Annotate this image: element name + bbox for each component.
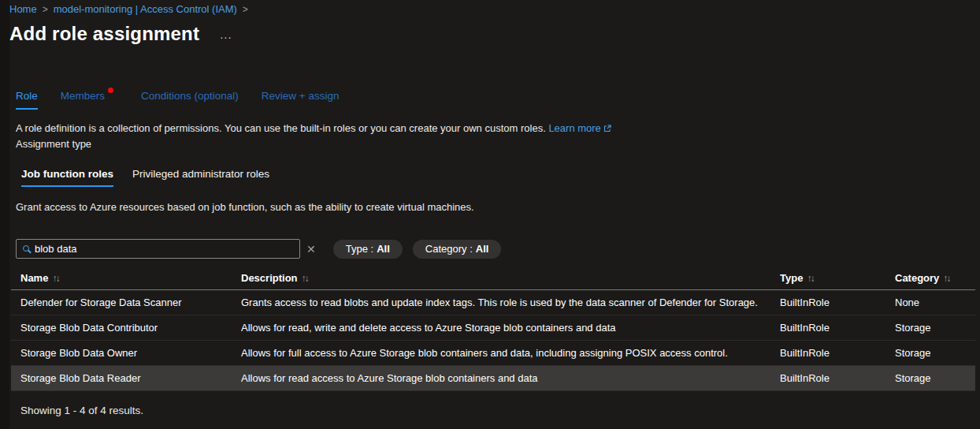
- tab-job-function-roles-label: Job function roles: [21, 168, 113, 180]
- role-category: Storage: [895, 372, 975, 384]
- learn-more-link[interactable]: Learn more: [548, 122, 611, 134]
- sort-icon[interactable]: ↑↓: [302, 273, 308, 284]
- type-filter-value: All: [377, 243, 390, 255]
- external-link-icon: [603, 125, 611, 132]
- column-header-description[interactable]: Description↑↓: [241, 272, 780, 284]
- clear-search-icon[interactable]: ✕: [306, 243, 316, 256]
- chevron-right-icon: >: [43, 4, 48, 15]
- tab-conditions-label: Conditions (optional): [141, 90, 239, 102]
- table-row[interactable]: Defender for Storage Data Scanner Grants…: [11, 290, 975, 315]
- column-header-type[interactable]: Type↑↓: [780, 272, 895, 284]
- table-header-row: Name↑↓ Description↑↓ Type↑↓ Category↑↓: [11, 266, 975, 290]
- tab-review-assign[interactable]: Review + assign: [262, 90, 340, 110]
- breadcrumb: Home > model-monitoring | Access Control…: [9, 3, 248, 15]
- breadcrumb-resource-link[interactable]: model-monitoring | Access Control (IAM): [54, 3, 237, 15]
- column-header-category[interactable]: Category↑↓: [895, 272, 975, 284]
- table-row[interactable]: Storage Blob Data Contributor Allows for…: [11, 315, 975, 341]
- role-name: Storage Blob Data Owner: [20, 347, 241, 359]
- search-icon: [23, 245, 29, 252]
- assignment-type-label: Assignment type: [16, 138, 91, 150]
- search-box[interactable]: [16, 239, 300, 259]
- role-category: None: [895, 297, 975, 308]
- active-tab-underline: [21, 185, 113, 187]
- type-filter-label: Type :: [346, 243, 373, 255]
- grant-access-description: Grant access to Azure resources based on…: [16, 201, 474, 213]
- page-left-margin: [0, 0, 9, 429]
- type-filter-pill[interactable]: Type : All: [333, 240, 403, 259]
- role-description: Allows for full access to Azure Storage …: [241, 347, 780, 359]
- active-tab-underline: [16, 108, 38, 110]
- role-description: Grants access to read blobs and update i…: [241, 297, 780, 308]
- results-count: Showing 1 - 4 of 4 results.: [20, 405, 143, 416]
- search-input[interactable]: [35, 243, 295, 255]
- role-description: Allows for read access to Azure Storage …: [241, 372, 780, 384]
- chevron-right-icon: >: [243, 4, 248, 15]
- sort-icon[interactable]: ↑↓: [52, 273, 58, 284]
- table-row[interactable]: Storage Blob Data Owner Allows for full …: [11, 341, 975, 366]
- wizard-tabs: Role Members Conditions (optional) Revie…: [16, 90, 362, 110]
- column-header-category-label: Category: [895, 272, 939, 284]
- members-alert-dot-icon: [108, 88, 113, 93]
- role-definition-description: A role definition is a collection of per…: [16, 122, 611, 134]
- learn-more-label: Learn more: [548, 122, 600, 134]
- table-body: Defender for Storage Data Scanner Grants…: [11, 290, 975, 391]
- role-name: Storage Blob Data Reader: [20, 372, 241, 384]
- tab-members-label: Members: [61, 90, 105, 102]
- role-type: BuiltInRole: [780, 372, 895, 384]
- category-filter-value: All: [476, 243, 489, 255]
- tab-members[interactable]: Members: [61, 90, 105, 110]
- column-header-description-label: Description: [241, 272, 298, 284]
- role-name: Storage Blob Data Contributor: [20, 322, 241, 334]
- role-definition-text: A role definition is a collection of per…: [16, 122, 546, 134]
- tab-review-assign-label: Review + assign: [262, 90, 340, 102]
- tab-privileged-administrator-roles[interactable]: Privileged administrator roles: [132, 168, 269, 187]
- roles-table: Name↑↓ Description↑↓ Type↑↓ Category↑↓ D…: [11, 266, 975, 391]
- role-name: Defender for Storage Data Scanner: [20, 297, 241, 308]
- role-type-tabs: Job function roles Privileged administra…: [21, 168, 288, 187]
- sort-icon[interactable]: ↑↓: [943, 273, 949, 284]
- role-category: Storage: [895, 322, 975, 334]
- tab-privileged-administrator-roles-label: Privileged administrator roles: [132, 168, 269, 180]
- role-description: Allows for read, write and delete access…: [241, 322, 780, 334]
- sort-icon[interactable]: ↑↓: [807, 273, 813, 284]
- tab-conditions[interactable]: Conditions (optional): [141, 90, 239, 110]
- more-actions-icon[interactable]: ...: [220, 28, 232, 41]
- tab-role-label: Role: [16, 90, 38, 102]
- category-filter-pill[interactable]: Category : All: [413, 240, 502, 259]
- column-header-type-label: Type: [780, 272, 803, 284]
- role-type: BuiltInRole: [780, 347, 895, 359]
- page-header: Add role assignment ...: [9, 23, 232, 45]
- breadcrumb-home-link[interactable]: Home: [9, 3, 37, 15]
- role-category: Storage: [895, 347, 975, 359]
- column-header-name-label: Name: [20, 272, 48, 284]
- page-title: Add role assignment: [9, 23, 199, 45]
- tab-role[interactable]: Role: [16, 90, 38, 110]
- role-type: BuiltInRole: [780, 322, 895, 334]
- role-type: BuiltInRole: [780, 297, 895, 308]
- column-header-name[interactable]: Name↑↓: [20, 272, 241, 284]
- tab-job-function-roles[interactable]: Job function roles: [21, 168, 113, 187]
- category-filter-label: Category :: [425, 243, 473, 255]
- table-row-selected[interactable]: Storage Blob Data Reader Allows for read…: [11, 366, 975, 391]
- search-filter-bar: ✕ Type : All Category : All: [16, 239, 501, 259]
